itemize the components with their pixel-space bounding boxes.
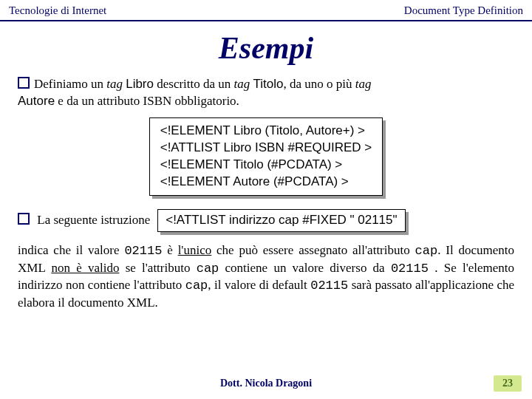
header-right: Document Type Definition <box>404 4 523 17</box>
paragraph-1: Definiamo un tag Libro descritto da un t… <box>18 76 514 110</box>
bullet-icon <box>18 213 30 225</box>
code-block-1: <!ELEMENT Libro (Titolo, Autore+) > <!AT… <box>149 117 383 196</box>
slide-header: Tecnologie di Internet Document Type Def… <box>0 0 532 21</box>
bullet-icon <box>18 77 30 89</box>
slide-content: Definiamo un tag Libro descritto da un t… <box>0 76 532 312</box>
footer-author: Dott. Nicola Dragoni <box>220 378 312 389</box>
header-left: Tecnologie di Internet <box>9 4 106 17</box>
code-line: <!ELEMENT Libro (Titolo, Autore+) > <box>160 123 372 140</box>
paragraph-3: indica che il valore 02115 è l'unico che… <box>18 242 514 313</box>
page-number: 23 <box>494 375 522 392</box>
code-line: <!ATTLIST Libro ISBN #REQUIRED > <box>160 140 372 157</box>
slide-footer: Dott. Nicola Dragoni 23 <box>0 375 532 392</box>
paragraph-2-lead: La seguente istruzione <box>18 212 150 229</box>
slide-title: Esempi <box>0 30 532 66</box>
code-line: <!ELEMENT Autore (#PCDATA) > <box>160 174 372 191</box>
code-block-2: <!ATTLIST indirizzo cap #FIXED " 02115" <box>157 209 405 232</box>
code-line: <!ELEMENT Titolo (#PCDATA) > <box>160 157 372 174</box>
paragraph-2-row: La seguente istruzione <!ATTLIST indiriz… <box>18 209 514 232</box>
code-block-1-wrap: <!ELEMENT Libro (Titolo, Autore+) > <!AT… <box>18 117 514 196</box>
